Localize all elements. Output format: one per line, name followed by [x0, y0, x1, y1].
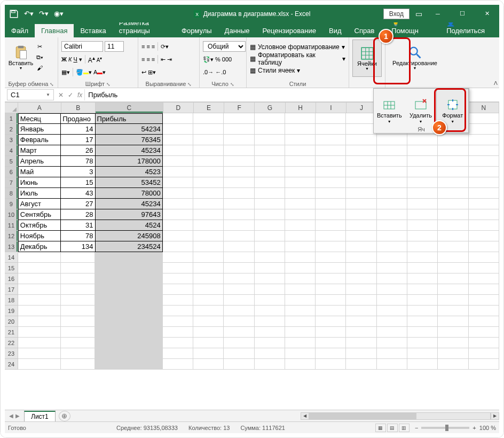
cell[interactable] — [95, 263, 162, 273]
cell[interactable] — [163, 231, 193, 241]
cell[interactable] — [193, 156, 224, 167]
cell[interactable] — [18, 348, 61, 359]
cell[interactable] — [346, 306, 376, 316]
cell[interactable] — [377, 231, 407, 241]
cell[interactable] — [316, 177, 346, 188]
cell[interactable] — [346, 338, 376, 348]
cell[interactable]: 134 — [61, 241, 95, 252]
cell[interactable] — [95, 252, 162, 263]
cell[interactable] — [255, 316, 285, 327]
cell[interactable] — [224, 145, 254, 156]
column-header-D[interactable]: D — [163, 103, 194, 113]
cell[interactable] — [469, 220, 499, 231]
cell[interactable]: 54234 — [96, 124, 163, 135]
cells-button[interactable]: Ячейки ▼ — [352, 40, 382, 77]
cell[interactable] — [61, 284, 95, 295]
tab-insert[interactable]: Вставка — [74, 24, 112, 37]
cell[interactable] — [255, 348, 285, 359]
align-bottom-icon[interactable]: ≡ — [152, 43, 155, 50]
cell[interactable] — [407, 316, 438, 327]
cell[interactable] — [193, 306, 224, 316]
underline-button[interactable]: Ч — [73, 56, 77, 62]
cell[interactable] — [377, 273, 407, 284]
cell[interactable] — [193, 220, 224, 231]
cell[interactable] — [255, 124, 285, 135]
cell[interactable] — [469, 316, 499, 327]
cell[interactable] — [407, 263, 438, 273]
cell[interactable] — [377, 188, 407, 199]
cell[interactable] — [163, 188, 193, 199]
cell[interactable]: Октябрь — [18, 220, 61, 231]
cell[interactable] — [224, 252, 254, 263]
cell[interactable]: 28 — [61, 209, 95, 220]
cell[interactable] — [316, 284, 346, 295]
cell[interactable] — [407, 209, 438, 220]
row-header[interactable]: 1 — [5, 113, 18, 124]
cell[interactable] — [193, 145, 224, 156]
cell[interactable] — [193, 199, 224, 209]
cell[interactable] — [469, 306, 499, 316]
cell[interactable] — [438, 145, 468, 156]
row-header[interactable]: 14 — [5, 252, 18, 263]
cell[interactable]: Июль — [18, 188, 61, 199]
cell[interactable] — [316, 199, 346, 209]
cell[interactable]: 45234 — [96, 145, 163, 156]
cell[interactable] — [18, 316, 61, 327]
cell[interactable] — [438, 231, 468, 241]
cell[interactable] — [469, 338, 499, 348]
row-header[interactable]: 19 — [5, 306, 18, 316]
cell[interactable] — [438, 359, 468, 370]
cell[interactable] — [316, 306, 346, 316]
cell[interactable] — [193, 135, 224, 145]
cancel-formula-icon[interactable]: ✕ — [58, 91, 64, 99]
name-box[interactable]: C1▼ — [7, 89, 54, 100]
cell[interactable] — [407, 295, 438, 306]
fill-color-icon[interactable]: 🪣▾ — [76, 69, 92, 76]
cell[interactable] — [346, 124, 376, 135]
cell[interactable] — [469, 241, 499, 252]
cell[interactable] — [163, 167, 193, 177]
align-right-icon[interactable]: ≡ — [152, 56, 155, 62]
select-all-corner[interactable] — [5, 103, 18, 113]
cell[interactable] — [224, 177, 254, 188]
cell[interactable] — [407, 156, 438, 167]
currency-icon[interactable]: 💱▾ — [203, 56, 214, 63]
cell[interactable] — [163, 359, 193, 370]
cell[interactable]: 4523 — [96, 167, 163, 177]
column-header-B[interactable]: B — [61, 103, 96, 113]
cell[interactable] — [163, 113, 193, 124]
cell[interactable] — [316, 316, 346, 327]
orientation-icon[interactable]: ⟳▾ — [161, 43, 169, 50]
cell[interactable] — [469, 156, 499, 167]
cell[interactable] — [224, 316, 254, 327]
cell[interactable] — [255, 188, 285, 199]
cell[interactable] — [469, 135, 499, 145]
cell[interactable] — [193, 124, 224, 135]
column-header-F[interactable]: F — [224, 103, 255, 113]
cell[interactable] — [95, 306, 162, 316]
zoom-in-icon[interactable]: + — [472, 425, 476, 431]
row-header[interactable]: 4 — [5, 145, 18, 156]
cell[interactable] — [407, 177, 438, 188]
cell[interactable]: 78 — [61, 231, 95, 241]
enter-formula-icon[interactable]: ✓ — [68, 91, 73, 99]
cell[interactable] — [438, 241, 468, 252]
row-header[interactable]: 11 — [5, 220, 18, 231]
cell[interactable]: 3 — [61, 167, 95, 177]
cell[interactable]: 4524 — [96, 220, 163, 231]
cell[interactable] — [407, 167, 438, 177]
cell[interactable] — [346, 348, 376, 359]
maximize-button[interactable]: ☐ — [452, 6, 472, 21]
conditional-formatting-button[interactable]: ▦ Условное форматирование ▾ — [250, 42, 345, 52]
cell[interactable] — [285, 135, 316, 145]
cell[interactable] — [255, 241, 285, 252]
sheet-nav-prev[interactable]: ◀ — [8, 413, 14, 419]
cell[interactable] — [18, 284, 61, 295]
cell[interactable] — [346, 145, 376, 156]
cell[interactable] — [163, 348, 193, 359]
row-header[interactable]: 6 — [5, 167, 18, 177]
cell[interactable] — [285, 306, 316, 316]
cell[interactable] — [377, 263, 407, 273]
cell[interactable] — [407, 348, 438, 359]
cell[interactable] — [377, 156, 407, 167]
